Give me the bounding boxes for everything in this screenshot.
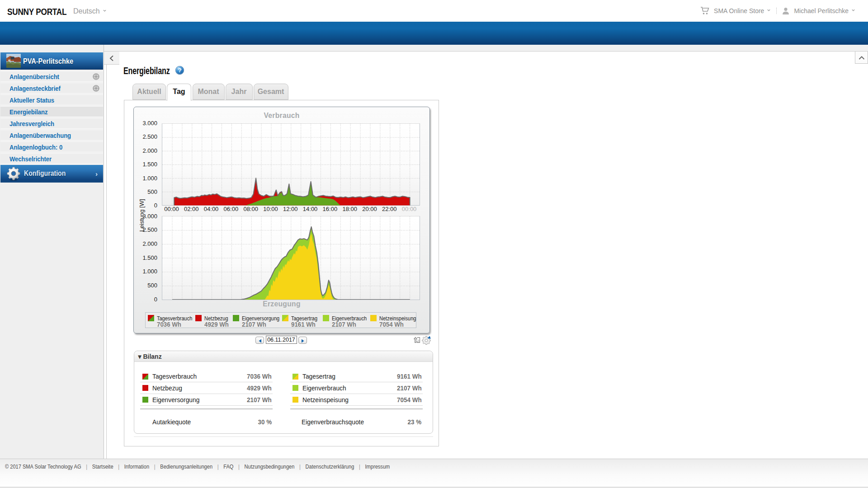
svg-text:?: ? — [178, 67, 181, 74]
